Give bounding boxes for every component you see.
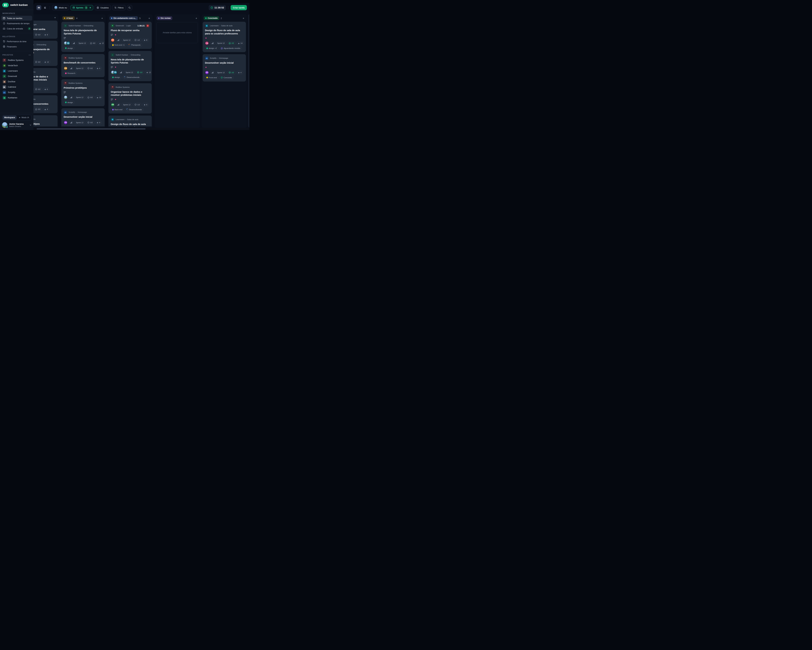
- priority-badge[interactable]: [69, 67, 73, 70]
- workspace-mode-button[interactable]: Workspace: [3, 116, 17, 120]
- task-card[interactable]: ☂Redline SystemsBenchmark de concorrente…: [61, 54, 105, 77]
- tag-badge[interactable]: design: [64, 100, 74, 104]
- list-view-button[interactable]: [43, 5, 47, 10]
- subtasks-badge[interactable]: 0/2: [34, 60, 42, 64]
- me-mode-chip[interactable]: Modo eu: [52, 5, 69, 10]
- points-badge[interactable]: ◈12: [98, 41, 105, 45]
- subtasks-badge[interactable]: 0/2: [34, 33, 42, 37]
- create-task-button[interactable]: Criar tarefa: [230, 5, 247, 10]
- points-badge[interactable]: ◈4: [237, 71, 243, 75]
- points-badge[interactable]: ◈12: [145, 71, 152, 74]
- subtasks-badge[interactable]: 2/2: [227, 41, 236, 45]
- subtasks-badge[interactable]: 0/2: [34, 87, 42, 91]
- status-badge[interactable]: Desenvolvendo: [125, 108, 143, 111]
- sidebar-item-caixa-de-entrada[interactable]: Caixa de entrada2: [1, 26, 32, 31]
- priority-badge[interactable]: [116, 38, 121, 41]
- task-card[interactable]: ‹›Switch Kanban›OnboardingNova tela de p…: [34, 41, 58, 66]
- users-chip[interactable]: Usuários: [95, 5, 111, 10]
- add-task-button[interactable]: +: [242, 17, 245, 20]
- sidebar-item-rastreamento-de-tempo[interactable]: Rastreamento de tempo: [1, 21, 32, 26]
- sprint-badge[interactable]: Sprint 12: [75, 96, 85, 99]
- assignee-avatar[interactable]: VH: [111, 103, 114, 107]
- sprint-badge[interactable]: Sprint 12: [216, 41, 226, 45]
- column-title-pill[interactable]: Em review: [157, 16, 172, 20]
- subtasks-badge[interactable]: 0/2: [34, 108, 42, 111]
- points-badge[interactable]: ◈4: [95, 67, 102, 70]
- assignee-avatar[interactable]: [64, 96, 67, 99]
- sidebar-item-todas-as-tarefas[interactable]: Todas as tarefas: [1, 16, 32, 21]
- add-task-button[interactable]: +: [195, 17, 198, 20]
- subtasks-badge[interactable]: 0/2: [89, 41, 97, 45]
- assignee-avatar[interactable]: PA: [66, 41, 70, 45]
- points-badge[interactable]: ◈6: [142, 103, 149, 107]
- filters-chip[interactable]: Filtros: [112, 5, 126, 10]
- sidebar-project-scriptify[interactable]: abScriptify: [1, 90, 32, 95]
- sprint-badge[interactable]: Sprint 12: [216, 71, 226, 74]
- subtasks-badge[interactable]: 1/2: [133, 103, 142, 107]
- projects-menu-icon[interactable]: ⋯: [29, 53, 31, 56]
- sidebar-project-verdetech[interactable]: ✿VerdeTech: [1, 63, 32, 68]
- priority-badge[interactable]: [69, 121, 73, 124]
- task-card[interactable]: ▤Learnware›Salas de aulaDesign do fluxo …: [108, 116, 152, 126]
- kanban-view-button[interactable]: [37, 5, 41, 10]
- subtasks-badge[interactable]: 0/2: [86, 96, 95, 99]
- timer-widget[interactable]: 11:38:52: [209, 5, 226, 10]
- assignee-avatar[interactable]: PA: [113, 70, 117, 75]
- status-badge[interactable]: Planejando: [127, 43, 142, 47]
- task-card[interactable]: ☂Redline SystemsOrganizar banco de dados…: [108, 83, 152, 113]
- priority-badge[interactable]: [116, 103, 121, 106]
- task-card[interactable]: ‹›Switch Kanban›OnboardingNova tela de p…: [108, 51, 152, 81]
- column-title-pill[interactable]: Concluído: [204, 16, 219, 20]
- priority-badge[interactable]: [69, 96, 73, 99]
- sprint-badge[interactable]: Sprint 12: [122, 38, 132, 42]
- task-card[interactable]: ☂Redline SystemsPrimeiros protótiposSpri…: [61, 79, 105, 107]
- assignee-avatar[interactable]: CA: [205, 41, 209, 45]
- sprint-badge[interactable]: Sprint 12: [77, 41, 87, 45]
- horizontal-scrollbar-thumb[interactable]: [37, 128, 145, 129]
- search-button[interactable]: [127, 5, 132, 10]
- status-badge[interactable]: Aguardando revisão: [219, 46, 242, 50]
- ai-mode-button[interactable]: ✦ Modo IA: [17, 116, 31, 120]
- task-card[interactable]: ☂Redline SystemsBenchmark de concorrente…: [34, 95, 58, 113]
- sidebar-item-financeiro[interactable]: Financeiro: [1, 44, 32, 49]
- task-card[interactable]: ☀Greenvolt›Login1:36:21Fluxo de recupera…: [108, 22, 152, 49]
- points-badge[interactable]: ◈10: [95, 96, 103, 99]
- tag-badge[interactable]: Front-end: [64, 126, 77, 126]
- sidebar-project-learnware[interactable]: ▤Learnware: [1, 69, 32, 73]
- sidebar-item-performance-do-time[interactable]: Performance do time: [1, 39, 32, 44]
- sprints-filter-chip[interactable]: Sprints 1 ✕: [70, 5, 93, 10]
- points-badge[interactable]: ◈14: [237, 41, 244, 45]
- sprint-badge[interactable]: Sprint 12: [75, 67, 85, 70]
- tag-badge[interactable]: Front-end: [205, 76, 218, 79]
- sprint-badge[interactable]: Sprint 12: [75, 121, 85, 124]
- sidebar-project-greenvolt[interactable]: ☀Greenvolt: [1, 74, 32, 79]
- points-badge[interactable]: ◈4: [95, 121, 102, 124]
- tag-badge[interactable]: front-end +1: [111, 43, 126, 47]
- add-task-button[interactable]: +: [53, 16, 56, 19]
- stop-timer-button[interactable]: [146, 24, 150, 27]
- task-card[interactable]: abScriptify›HomepageDesenvolver seção in…: [203, 54, 246, 82]
- assignee-avatar[interactable]: DM: [64, 66, 67, 70]
- sidebar-project-kanbanex[interactable]: ▥Kanbanex: [1, 95, 32, 100]
- subtasks-badge[interactable]: 1/2: [133, 38, 142, 42]
- priority-badge[interactable]: [210, 71, 215, 74]
- subtasks-badge[interactable]: 2/2: [136, 71, 144, 74]
- priority-badge[interactable]: [119, 71, 123, 74]
- user-menu[interactable]: Junior Saraiva Switch Dreams: [2, 122, 32, 128]
- task-card[interactable]: abScriptify›HomepageDesenvolver seção in…: [61, 108, 105, 126]
- task-card[interactable]: ‹›Switch Kanban›OnboardingNova tela de p…: [61, 22, 105, 52]
- sidebar-project-redline-systems[interactable]: ☂Redline Systems: [1, 58, 32, 62]
- tag-badge[interactable]: Back-end: [111, 108, 124, 111]
- task-card[interactable]: ☂Redline SystemsOrganizar banco de dados…: [34, 68, 58, 93]
- status-badge[interactable]: Concluído: [219, 76, 234, 79]
- assignee-avatar[interactable]: VH: [205, 71, 209, 75]
- priority-badge[interactable]: [72, 42, 76, 45]
- task-card[interactable]: ☀Greenvolt›LoginFluxo de recuperar senha…: [34, 21, 58, 39]
- assignee-avatar[interactable]: KH: [111, 38, 114, 42]
- points-badge[interactable]: ◈8: [142, 38, 149, 42]
- status-badge[interactable]: Desenvolvendo: [122, 76, 141, 79]
- tag-badge[interactable]: design: [111, 76, 122, 79]
- tag-badge[interactable]: design: [64, 46, 74, 50]
- subtasks-badge[interactable]: 2/2: [227, 71, 236, 75]
- subtasks-badge[interactable]: 0/2: [86, 121, 95, 124]
